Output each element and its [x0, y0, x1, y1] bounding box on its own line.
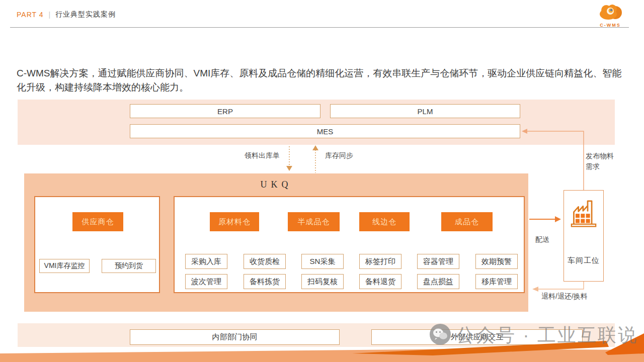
- supplier-func-appointment: 预约到货: [102, 259, 156, 273]
- plant-func-r1c4: 标签打印: [359, 254, 401, 269]
- plant-func-r2c5: 盘点损益: [417, 274, 459, 289]
- header-rule: [10, 27, 629, 28]
- wechat-icon: [429, 323, 452, 348]
- flow-pick-order-label: 领料出库单: [245, 151, 280, 160]
- brand-logo: C-WMS: [593, 2, 628, 28]
- plant-func-r2c3: 扫码复核: [301, 274, 344, 289]
- systems-band: ERP PLM MES: [18, 100, 615, 145]
- workstation-label: 车间工位: [564, 256, 603, 265]
- plant-panel: 原材料仓 半成品仓 线边仓 成品仓 采购入库 收货质检 SN采集 标签打印 容器…: [174, 196, 525, 293]
- plant-func-r1c2: 收货质检: [244, 254, 286, 269]
- erp-box: ERP: [130, 104, 320, 118]
- plm-box: PLM: [330, 104, 520, 118]
- ukq-panel: UKQ 供应商仓 VMI库存监控 预约到货 原材料仓 半成品仓 线边仓 成品仓 …: [24, 173, 528, 312]
- workstation-box: 车间工位: [564, 190, 604, 282]
- intro-paragraph: C-WMS解决方案，通过赋能供应商协同、VMI库存、原料及成品仓储的精细化运营，…: [17, 66, 628, 95]
- slide-canvas: PART 4 | 行业典型实践案例 C-WMS C-WMS解决方案，通过赋能供应…: [0, 0, 644, 362]
- plant-func-r1c1: 采购入库: [185, 254, 227, 269]
- part-label: PART 4: [17, 11, 43, 19]
- warehouse-finished-button: 成品仓: [441, 212, 493, 231]
- cloud-logo-icon: [595, 15, 626, 23]
- ukq-title: UKQ: [24, 179, 528, 190]
- supplier-panel: 供应商仓 VMI库存监控 预约到货: [34, 196, 160, 293]
- plant-func-r2c2: 备料拣货: [244, 274, 286, 289]
- logo-wordmark: C-WMS: [593, 23, 628, 28]
- plant-func-r1c6: 效期预警: [475, 254, 518, 269]
- slide-header: PART 4 | 行业典型实践案例: [17, 10, 116, 19]
- flow-inventory-sync-label: 库存同步: [325, 151, 353, 160]
- plant-func-r2c4: 备料退货: [359, 274, 401, 289]
- page-title: 行业典型实践案例: [55, 10, 116, 19]
- warehouse-semi-button: 半成品仓: [288, 212, 340, 231]
- plant-func-r1c3: SN采集: [301, 254, 344, 269]
- plant-func-r1c5: 容器管理: [417, 254, 459, 269]
- warehouse-line-button: 线边仓: [359, 212, 410, 231]
- header-divider: |: [48, 11, 50, 19]
- factory-icon: [570, 222, 598, 230]
- flow-material-demand-label: 发布物料需求: [586, 151, 617, 172]
- supplier-func-vmi: VMI库存监控: [39, 259, 90, 273]
- flow-delivery-label: 配送: [535, 235, 549, 244]
- plant-func-r2c1: 波次管理: [185, 274, 227, 289]
- mes-box: MES: [130, 124, 520, 138]
- flow-returns-label: 退料/退还/换料: [541, 292, 588, 301]
- watermark-text: 公众号 · 工业互联说: [456, 323, 638, 348]
- supplier-warehouse-button: 供应商仓: [72, 212, 123, 231]
- watermark: 公众号 · 工业互联说: [429, 323, 638, 348]
- plant-func-r2c6: 移库管理: [475, 274, 518, 289]
- internal-collab-box: 内部部门协同: [130, 329, 340, 345]
- warehouse-raw-button: 原材料仓: [210, 212, 259, 231]
